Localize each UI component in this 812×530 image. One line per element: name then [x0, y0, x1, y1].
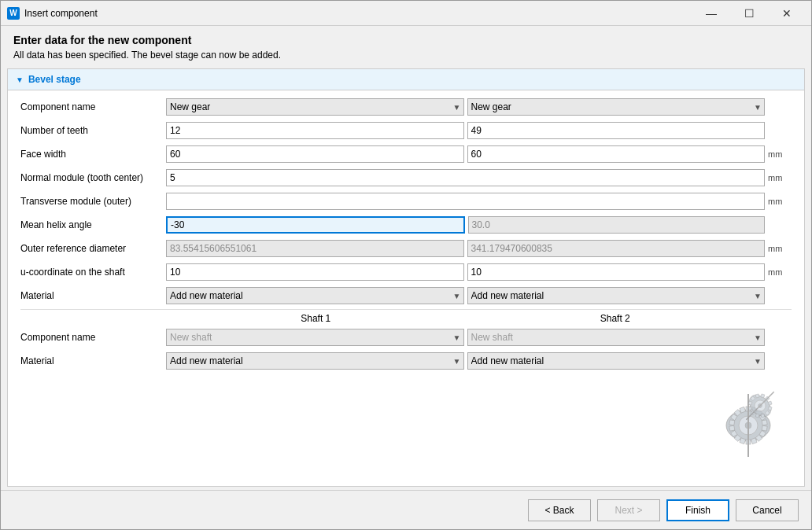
num-teeth-2-input[interactable]: 49 [467, 122, 766, 139]
mean-helix-inputs: -30 30.0 [166, 216, 792, 234]
svg-rect-25 [768, 407, 772, 410]
material-1-select[interactable]: Add new material [166, 287, 464, 304]
outer-ref-1-input[interactable]: 83.55415606551061 [166, 240, 464, 257]
material-row: Material Add new material ▼ Add new mate… [20, 285, 792, 306]
next-button[interactable]: Next > [597, 499, 660, 521]
material-2-wrapper: Add new material ▼ [467, 287, 766, 304]
titlebar: W Insert component — ☐ ✕ [1, 1, 811, 26]
normal-module-unit: mm [768, 173, 792, 182]
outer-ref-row: Outer reference diameter 83.554156065510… [20, 238, 792, 259]
num-teeth-inputs: 12 49 [166, 122, 792, 139]
svg-rect-34 [761, 394, 765, 398]
transverse-module-inputs: mm [166, 193, 792, 210]
close-button[interactable]: ✕ [769, 1, 805, 26]
component-name-row: Component name New gear ▼ New gear ▼ [20, 97, 792, 117]
mean-helix-2-input[interactable]: 30.0 [468, 216, 766, 234]
shaft1-header: Shaft 1 [166, 313, 466, 324]
num-teeth-row: Number of teeth 12 49 [20, 120, 792, 141]
app-icon: W [7, 7, 20, 20]
form-body: Component name New gear ▼ New gear ▼ [8, 90, 804, 467]
cancel-button[interactable]: Cancel [736, 499, 799, 521]
num-teeth-label: Number of teeth [20, 125, 166, 136]
section-header: ▼ Bevel stage [8, 69, 804, 90]
shaft-comp-1-select[interactable]: New shaft [166, 329, 464, 346]
transverse-module-label: Transverse module (outer) [20, 196, 166, 207]
svg-rect-5 [762, 420, 767, 425]
normal-module-input[interactable]: 5 [166, 169, 765, 186]
transverse-module-input[interactable] [166, 193, 765, 210]
u-coord-inputs: 10 10 mm [166, 263, 792, 281]
mean-helix-row: Mean helix angle -30 30.0 [20, 215, 792, 235]
mean-helix-1-input[interactable]: -30 [166, 216, 465, 234]
face-width-inputs: 60 60 mm [166, 145, 792, 163]
component-name-label: Component name [20, 101, 166, 112]
finish-button[interactable]: Finish [666, 499, 729, 521]
svg-rect-14 [729, 425, 735, 431]
svg-rect-15 [729, 420, 735, 425]
collapse-icon[interactable]: ▼ [16, 75, 24, 84]
transverse-module-row: Transverse module (outer) mm [20, 191, 792, 212]
svg-rect-31 [748, 401, 752, 405]
u-coord-unit: mm [768, 267, 792, 277]
shaft2-header: Shaft 2 [466, 313, 766, 324]
shaft-comp-1-wrapper: New shaft ▼ [166, 329, 464, 346]
component-name-inputs: New gear ▼ New gear ▼ [166, 98, 792, 116]
section-label: Bevel stage [28, 74, 81, 85]
shaft-material-row: Material Add new material ▼ Add new mate… [20, 351, 792, 371]
u-coord-row: u-coordinate on the shaft 10 10 mm [20, 262, 792, 282]
window-title: Insert component [24, 8, 693, 19]
u-coord-1-input[interactable]: 10 [166, 263, 464, 281]
shaft-component-label: Component name [20, 332, 166, 343]
shaft-mat-1-select[interactable]: Add new material [166, 352, 464, 370]
normal-module-row: Normal module (tooth center) 5 mm [20, 167, 792, 188]
material-1-wrapper: Add new material ▼ [166, 287, 464, 304]
main-window: W Insert component — ☐ ✕ Enter data for … [0, 0, 812, 530]
shaft-headers: Shaft 1 Shaft 2 [20, 313, 792, 324]
svg-rect-30 [748, 407, 752, 410]
window-controls: — ☐ ✕ [693, 1, 805, 26]
shaft-material-inputs: Add new material ▼ Add new material ▼ [166, 352, 792, 370]
back-button[interactable]: < Back [528, 499, 591, 521]
shaft-component-row: Component name New shaft ▼ New shaft [20, 327, 792, 348]
shaft-mat-1-wrapper: Add new material ▼ [166, 352, 464, 370]
shaft-section: Shaft 1 Shaft 2 Component name New shaft… [20, 309, 792, 371]
svg-rect-24 [768, 401, 772, 405]
shaft-comp-2-select[interactable]: New shaft [467, 329, 766, 346]
outer-ref-label: Outer reference diameter [20, 243, 166, 254]
svg-rect-33 [755, 394, 759, 398]
footer: < Back Next > Finish Cancel [1, 490, 811, 529]
dialog-subtitle: All data has been specified. The bevel s… [13, 50, 799, 61]
outer-ref-inputs: 83.55415606551061 341.179470600835 mm [166, 240, 792, 257]
svg-rect-28 [755, 414, 759, 418]
svg-rect-27 [761, 414, 765, 418]
transverse-module-unit: mm [768, 197, 792, 206]
svg-rect-6 [762, 425, 767, 431]
outer-ref-2-input[interactable]: 341.179470600835 [467, 240, 766, 257]
shaft-comp-2-wrapper: New shaft ▼ [467, 329, 766, 346]
material-inputs: Add new material ▼ Add new material ▼ [166, 287, 792, 304]
shaft-mat-2-wrapper: Add new material ▼ [467, 352, 766, 370]
face-width-row: Face width 60 60 mm [20, 144, 792, 164]
face-width-1-input[interactable]: 60 [166, 145, 464, 163]
normal-module-label: Normal module (tooth center) [20, 172, 166, 183]
minimize-button[interactable]: — [693, 1, 729, 26]
shaft-mat-2-select[interactable]: Add new material [467, 352, 766, 370]
gear-visualization [721, 390, 776, 461]
face-width-2-input[interactable]: 60 [467, 145, 766, 163]
face-width-label: Face width [20, 149, 166, 160]
normal-module-inputs: 5 mm [166, 169, 792, 186]
num-teeth-1-input[interactable]: 12 [166, 122, 464, 139]
material-2-select[interactable]: Add new material [467, 287, 766, 304]
maximize-button[interactable]: ☐ [731, 1, 767, 26]
dialog-title: Enter data for the new component [13, 34, 799, 46]
u-coord-2-input[interactable]: 10 [467, 263, 766, 281]
component-name-1-wrapper: New gear ▼ [166, 98, 464, 116]
component-name-1-select[interactable]: New gear [166, 98, 464, 116]
material-label: Material [20, 290, 166, 301]
mean-helix-label: Mean helix angle [20, 219, 166, 230]
component-name-2-wrapper: New gear ▼ [467, 98, 766, 116]
outer-ref-unit: mm [768, 244, 792, 253]
gear-image-area [20, 374, 792, 461]
shaft-component-inputs: New shaft ▼ New shaft ▼ [166, 329, 792, 346]
component-name-2-select[interactable]: New gear [467, 98, 766, 116]
